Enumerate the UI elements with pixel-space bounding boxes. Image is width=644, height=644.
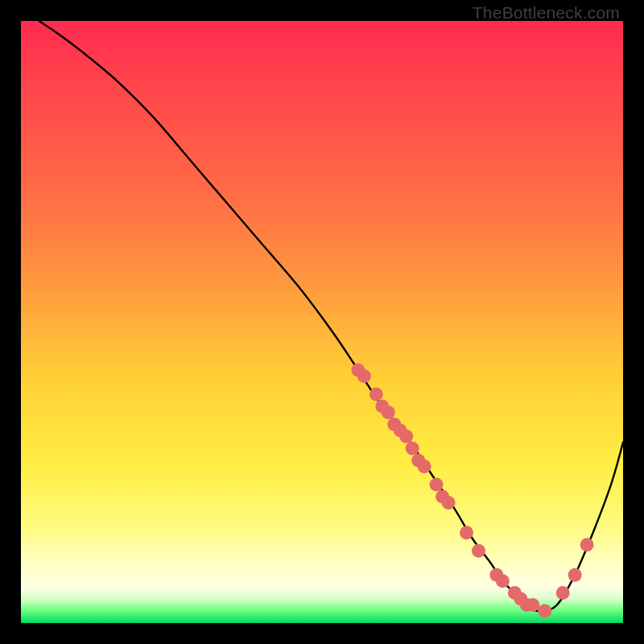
curve-marker [568,568,582,582]
curve-marker [399,430,413,444]
curve-marker [382,406,395,419]
curve-markers [351,363,593,617]
curve-marker [538,605,551,618]
attribution-label: TheBottleneck.com [473,3,620,23]
curve-marker [460,526,473,539]
curve-marker [556,586,570,600]
bottleneck-curve [39,21,623,611]
curve-marker [430,477,444,491]
curve-marker [369,387,383,401]
curve-marker [580,538,594,551]
curve-marker [418,460,431,473]
curve-marker [406,442,419,456]
plot-area [21,21,623,623]
curve-marker [357,369,371,383]
curve-marker [442,496,456,510]
chart-overlay [21,21,623,623]
curve-marker [526,598,539,612]
chart-stage: TheBottleneck.com [0,0,644,644]
curve-marker [496,574,510,588]
curve-marker [472,544,485,558]
